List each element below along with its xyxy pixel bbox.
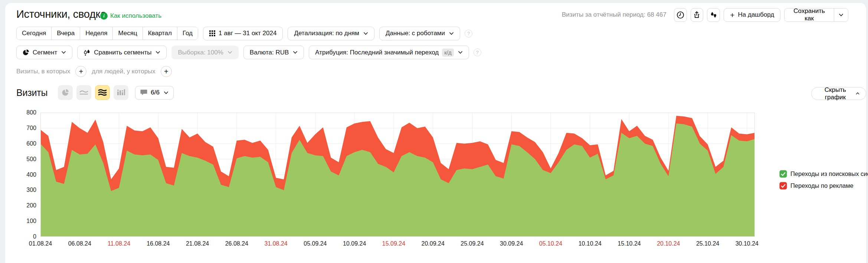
y-tick-600: 600 bbox=[16, 140, 36, 147]
y-tick-200: 200 bbox=[16, 202, 36, 209]
save-as-button[interactable]: Сохранить как bbox=[785, 9, 834, 21]
segment-dropdown[interactable]: Сегмент bbox=[16, 46, 72, 59]
pie-chart-icon bbox=[61, 89, 69, 97]
x-tick-25.09.24: 25.09.24 bbox=[456, 240, 488, 247]
metric-row: Визиты bbox=[16, 85, 174, 100]
clock-icon bbox=[677, 11, 684, 19]
export-button[interactable] bbox=[691, 8, 704, 22]
report-card: Источники, сводка i Как использовать Виз… bbox=[5, 3, 866, 263]
annotations-dropdown[interactable]: 6/6 bbox=[135, 86, 174, 100]
stacked-area-icon bbox=[98, 89, 107, 97]
annotations-count: 6/6 bbox=[151, 89, 160, 96]
period-button-0[interactable]: Сегодня bbox=[17, 27, 51, 40]
x-tick-16.08.24: 16.08.24 bbox=[142, 240, 174, 247]
chart-type-stacked-area-button[interactable] bbox=[95, 85, 110, 100]
metric-title: Визиты bbox=[16, 87, 48, 98]
save-as-label: Сохранить как bbox=[790, 8, 828, 22]
y-tick-0: 0 bbox=[16, 233, 36, 240]
currency-dropdown[interactable]: Валюта: RUB bbox=[243, 46, 304, 59]
page-title: Источники, сводка bbox=[16, 8, 106, 20]
detailing-dropdown[interactable]: Детализация: по дням bbox=[288, 27, 374, 40]
how-to-use-link[interactable]: i Как использовать bbox=[100, 12, 161, 20]
quotes-icon bbox=[710, 11, 717, 19]
x-tick-10.10.24: 10.10.24 bbox=[574, 240, 606, 247]
x-tick-06.08.24: 06.08.24 bbox=[63, 240, 96, 247]
period-button-3[interactable]: Месяц bbox=[112, 27, 142, 40]
segments-quotes-button[interactable] bbox=[707, 8, 720, 22]
legend-checkbox-icon[interactable] bbox=[779, 170, 787, 178]
legend-checkbox-icon[interactable] bbox=[779, 182, 787, 190]
chevron-down-icon bbox=[293, 51, 298, 54]
help-icon[interactable]: ? bbox=[465, 30, 472, 37]
period-button-5[interactable]: Год bbox=[177, 27, 198, 40]
calendar-icon bbox=[209, 30, 215, 36]
chevron-down-icon bbox=[164, 91, 168, 94]
chevron-down-icon bbox=[449, 32, 454, 35]
visits-stacked-area-chart[interactable] bbox=[40, 113, 755, 237]
x-tick-05.09.24: 05.09.24 bbox=[299, 240, 331, 247]
period-button-2[interactable]: Неделя bbox=[80, 27, 112, 40]
x-tick-01.08.24: 01.08.24 bbox=[24, 240, 57, 247]
chart-type-line-button[interactable] bbox=[76, 85, 91, 100]
x-tick-20.10.24: 20.10.24 bbox=[652, 240, 685, 247]
x-tick-20.09.24: 20.09.24 bbox=[417, 240, 449, 247]
period-button-1[interactable]: Вчера bbox=[51, 27, 80, 40]
visits-period-summary: Визиты за отчётный период: 68 467 bbox=[562, 11, 666, 19]
period-filter-row: СегодняВчераНеделяМесяцКварталГод 1 авг … bbox=[16, 27, 472, 40]
chevron-down-icon bbox=[227, 51, 232, 54]
detailing-label: Детализация: по дням bbox=[294, 30, 359, 37]
sampling-label: Выборка: 100% bbox=[178, 49, 223, 56]
date-range-button[interactable]: 1 авг — 31 окт 2024 bbox=[203, 27, 283, 40]
x-tick-26.08.24: 26.08.24 bbox=[220, 240, 253, 247]
attribution-dropdown[interactable]: Атрибуция: Последний значимый переход к/… bbox=[309, 46, 469, 59]
add-to-dashboard-label: На дашборд bbox=[738, 11, 774, 19]
people-condition-label: для людей, у которых bbox=[92, 68, 155, 75]
save-as-dropdown-button[interactable] bbox=[834, 9, 848, 21]
column-chart-icon bbox=[117, 89, 125, 97]
pie-segment-icon bbox=[23, 49, 29, 56]
legend-item-1[interactable]: Переходы по рекламе bbox=[779, 182, 868, 190]
chart-type-pie-button[interactable] bbox=[58, 85, 73, 100]
compare-drops-icon bbox=[83, 49, 91, 56]
compare-segments-dropdown[interactable]: Сравнить сегменты bbox=[77, 46, 167, 59]
help-icon[interactable]: ? bbox=[474, 49, 481, 56]
x-tick-15.10.24: 15.10.24 bbox=[613, 240, 646, 247]
x-tick-10.09.24: 10.09.24 bbox=[338, 240, 371, 247]
hide-chart-button[interactable]: Скрыть график bbox=[811, 87, 866, 100]
chart-plot-area bbox=[40, 113, 755, 237]
add-to-dashboard-button[interactable]: + На дашборд bbox=[724, 8, 780, 22]
info-icon: i bbox=[100, 12, 108, 20]
attribution-label: Атрибуция: Последний значимый переход bbox=[315, 49, 439, 56]
x-tick-30.10.24: 30.10.24 bbox=[731, 240, 763, 247]
legend-label: Переходы из поисковых систем bbox=[790, 170, 868, 177]
y-tick-500: 500 bbox=[16, 156, 36, 163]
x-tick-30.09.24: 30.09.24 bbox=[495, 240, 528, 247]
chart-legend: Переходы из поисковых системПереходы по … bbox=[779, 170, 868, 190]
data-mode-dropdown[interactable]: Данные: с роботами bbox=[379, 27, 460, 40]
x-tick-11.08.24: 11.08.24 bbox=[103, 240, 135, 247]
sampling-dropdown[interactable]: Выборка: 100% bbox=[171, 46, 238, 59]
add-people-condition-button[interactable]: + bbox=[161, 66, 172, 77]
x-tick-05.10.24: 05.10.24 bbox=[534, 240, 567, 247]
line-chart-icon bbox=[79, 89, 89, 96]
period-button-4[interactable]: Квартал bbox=[143, 27, 177, 40]
export-icon bbox=[693, 11, 701, 19]
compare-segments-label: Сравнить сегменты bbox=[94, 49, 151, 56]
chart-type-columns-button[interactable] bbox=[114, 85, 128, 100]
period-segmented-control: СегодняВчераНеделяМесяцКварталГод bbox=[16, 27, 198, 40]
y-tick-100: 100 bbox=[16, 218, 36, 224]
attribution-badge: к/д bbox=[442, 49, 453, 57]
data-mode-label: Данные: с роботами bbox=[386, 30, 445, 37]
history-button[interactable] bbox=[674, 8, 687, 22]
hide-chart-label: Скрыть график bbox=[818, 86, 853, 101]
visits-condition-label: Визиты, в которых bbox=[16, 68, 70, 75]
chevron-down-icon bbox=[155, 51, 160, 54]
chevron-down-icon bbox=[839, 13, 844, 17]
x-tick-15.09.24: 15.09.24 bbox=[377, 240, 410, 247]
legend-item-0[interactable]: Переходы из поисковых систем bbox=[779, 170, 868, 178]
date-range-label: 1 авг — 31 окт 2024 bbox=[219, 30, 276, 37]
add-visit-condition-button[interactable]: + bbox=[75, 66, 86, 77]
save-as-group: Сохранить как bbox=[784, 8, 848, 22]
x-tick-31.08.24: 31.08.24 bbox=[260, 240, 292, 247]
y-tick-700: 700 bbox=[16, 125, 36, 132]
